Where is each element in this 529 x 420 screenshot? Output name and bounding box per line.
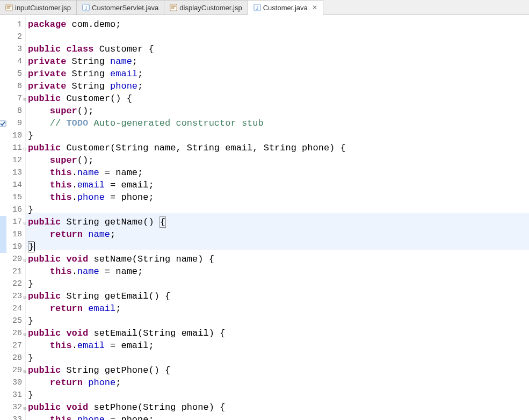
code-line[interactable]: // TODO Auto-generated constructor stub bbox=[28, 117, 529, 129]
editor-tabbar: inputCustomer.jspJCustomerServlet.javadi… bbox=[0, 0, 529, 15]
code-line[interactable]: this.phone = phone; bbox=[28, 414, 529, 420]
line-number: 13 bbox=[0, 166, 25, 179]
line-number-text: 17 bbox=[12, 218, 22, 227]
line-number: 14 bbox=[0, 179, 25, 191]
token-field: name bbox=[88, 229, 110, 240]
code-line[interactable]: super(); bbox=[28, 154, 529, 166]
code-line[interactable]: } bbox=[28, 315, 529, 327]
code-line[interactable]: private String name; bbox=[28, 55, 529, 68]
token-kw: public bbox=[28, 93, 61, 104]
code-line[interactable]: public String getEmail() { bbox=[28, 290, 529, 302]
token-plain: } bbox=[28, 131, 33, 141]
token-plain: . bbox=[72, 192, 77, 202]
code-line[interactable]: } bbox=[28, 129, 529, 142]
code-area[interactable]: package com.demo;public class Customer {… bbox=[26, 15, 529, 420]
line-number: 16 bbox=[0, 204, 25, 216]
token-plain: } bbox=[28, 353, 33, 363]
code-line[interactable]: this.name = name; bbox=[28, 265, 529, 278]
code-line[interactable]: this.email = email; bbox=[28, 179, 529, 191]
token-field: name bbox=[77, 266, 99, 277]
code-line[interactable]: this.name = name; bbox=[28, 166, 529, 179]
line-number: 30 bbox=[0, 376, 25, 389]
close-icon[interactable]: ✕ bbox=[312, 4, 317, 11]
code-line[interactable]: super(); bbox=[28, 105, 529, 117]
line-number-text: 9 bbox=[17, 119, 22, 128]
line-number: 23⊟ bbox=[0, 290, 25, 302]
code-line[interactable]: public Customer() { bbox=[28, 92, 529, 105]
code-editor[interactable]: 1234567⊟891011⊟121314151617⊟181920⊟21222… bbox=[0, 15, 529, 420]
line-number: 28 bbox=[0, 352, 25, 364]
token-kw: public bbox=[28, 328, 61, 338]
line-number-text: 4 bbox=[17, 57, 22, 66]
line-number: 26⊟ bbox=[0, 327, 25, 339]
code-line[interactable]: package com.demo; bbox=[28, 18, 529, 31]
code-line[interactable]: this.email = email; bbox=[28, 339, 529, 352]
code-line[interactable]: } bbox=[28, 389, 529, 401]
editor-tab-CustomerServlet-java[interactable]: JCustomerServlet.java bbox=[77, 0, 164, 15]
token-field: name bbox=[110, 56, 132, 67]
line-number-text: 3 bbox=[17, 45, 22, 54]
code-line[interactable]: public String getPhone() { bbox=[28, 364, 529, 376]
token-kw: package bbox=[28, 19, 66, 30]
token-plain: com.demo; bbox=[66, 19, 121, 30]
token-plain: ; bbox=[115, 378, 121, 388]
code-line[interactable] bbox=[28, 31, 529, 43]
token-kw: return bbox=[50, 229, 83, 240]
code-line[interactable]: public Customer(String name, String emai… bbox=[28, 142, 529, 154]
token-plain: String bbox=[66, 56, 110, 67]
token-plain: (); bbox=[77, 155, 94, 165]
line-number-text: 31 bbox=[12, 390, 22, 400]
editor-tab-Customer-java[interactable]: JCustomer.java✕ bbox=[248, 0, 323, 15]
line-number-text: 27 bbox=[12, 341, 22, 350]
code-line[interactable]: } bbox=[28, 352, 529, 364]
token-plain bbox=[28, 168, 50, 178]
line-number-gutter: 1234567⊟891011⊟121314151617⊟181920⊟21222… bbox=[0, 15, 26, 420]
token-plain bbox=[28, 180, 50, 190]
token-plain bbox=[28, 118, 50, 128]
code-line[interactable]: public void setName(String name) { bbox=[28, 253, 529, 265]
editor-tab-displayCustomer-jsp[interactable]: displayCustomer.jsp bbox=[164, 0, 248, 15]
line-number-text: 1 bbox=[17, 20, 22, 29]
line-number-text: 7 bbox=[17, 94, 22, 103]
code-line[interactable]: public void setEmail(String email) { bbox=[28, 327, 529, 339]
text-caret bbox=[34, 242, 35, 251]
code-line[interactable]: private String email; bbox=[28, 68, 529, 80]
code-line[interactable]: return email; bbox=[28, 302, 529, 315]
token-plain: = phone; bbox=[105, 415, 154, 420]
token-kw: public bbox=[28, 143, 61, 153]
token-todo: TODO bbox=[66, 118, 88, 128]
java-file-icon: J bbox=[82, 4, 90, 11]
token-plain bbox=[28, 303, 50, 314]
line-number: 15 bbox=[0, 191, 25, 204]
code-line[interactable]: return phone; bbox=[28, 376, 529, 389]
code-line[interactable]: private String phone; bbox=[28, 80, 529, 92]
line-number: 33 bbox=[0, 414, 25, 420]
token-plain bbox=[61, 254, 66, 264]
line-number: 2 bbox=[0, 31, 25, 43]
line-number-text: 32 bbox=[12, 403, 22, 412]
line-number-text: 15 bbox=[12, 193, 22, 202]
token-plain bbox=[28, 341, 50, 351]
line-number-text: 33 bbox=[12, 415, 22, 420]
token-field: phone bbox=[110, 81, 137, 91]
editor-tab-inputCustomer-jsp[interactable]: inputCustomer.jsp bbox=[0, 0, 77, 15]
line-number-text: 18 bbox=[12, 230, 22, 239]
line-number-text: 22 bbox=[12, 279, 22, 288]
line-number-text: 5 bbox=[17, 69, 22, 78]
svg-text:J: J bbox=[85, 5, 87, 11]
tab-label: displayCustomer.jsp bbox=[179, 4, 242, 12]
line-number: 7⊟ bbox=[0, 92, 25, 105]
line-number: 24 bbox=[0, 302, 25, 315]
line-number: 27 bbox=[0, 339, 25, 352]
code-line[interactable]: public class Customer { bbox=[28, 43, 529, 55]
line-number: 6 bbox=[0, 80, 25, 92]
line-number-text: 26 bbox=[12, 329, 22, 338]
line-number-text: 24 bbox=[12, 304, 22, 313]
code-line[interactable]: } bbox=[28, 278, 529, 290]
code-line[interactable]: public void setPhone(String phone) { bbox=[28, 401, 529, 414]
line-number: 19 bbox=[0, 241, 25, 253]
token-plain: = name; bbox=[99, 266, 143, 277]
code-line[interactable]: this.phone = phone; bbox=[28, 191, 529, 204]
line-number: 18 bbox=[0, 228, 25, 241]
token-plain: ; bbox=[137, 69, 143, 79]
